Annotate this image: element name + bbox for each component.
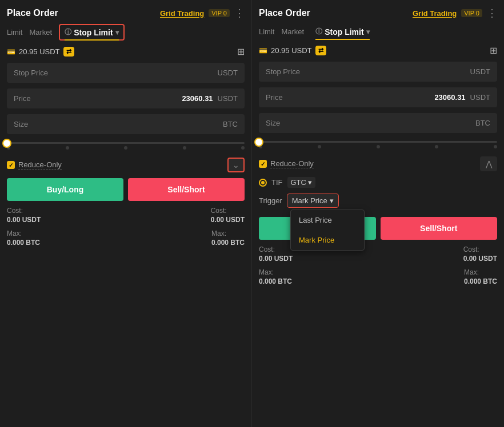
left-tab-stop-limit[interactable]: ⓘ Stop Limit ▾: [59, 24, 124, 41]
left-sell-button[interactable]: Sell/Short: [128, 178, 245, 201]
left-price-value: 23060.31: [182, 94, 213, 103]
right-slider-dots: [259, 145, 497, 148]
left-grid-trading[interactable]: Grid Trading: [160, 9, 204, 18]
left-max-right-label: Max:: [211, 229, 245, 237]
right-collapse-button[interactable]: ⋀: [480, 156, 497, 171]
right-max-right-label: Max:: [464, 268, 497, 276]
left-stop-limit-info-icon: ⓘ: [65, 27, 71, 37]
right-trigger-selected: Mark Price: [292, 196, 327, 205]
right-max-left: Max: 0.000 BTC: [259, 268, 292, 285]
right-more-icon[interactable]: ⋮: [487, 8, 497, 18]
left-cost-right: Cost: 0.00 USDT: [211, 207, 245, 224]
left-calculator-icon[interactable]: ⊞: [237, 46, 245, 57]
right-reduce-only-checkbox[interactable]: ✓: [259, 160, 267, 168]
right-cost-left: Cost: 0.00 USDT: [259, 245, 293, 263]
right-panel: Place Order Grid Trading VIP 0 ⋮ Limit M…: [252, 0, 504, 427]
left-slider-dot-50: [124, 146, 127, 150]
left-size-currency: BTC: [223, 120, 238, 128]
right-stop-limit-label: Stop Limit: [325, 27, 363, 37]
right-size-currency: BTC: [475, 119, 490, 127]
left-cost-right-value: 0.00 USDT: [211, 216, 245, 224]
right-checkbox-check-icon: ✓: [261, 161, 265, 167]
right-slider-dot-50: [377, 145, 380, 148]
left-cost-row: Cost: 0.00 USDT Cost: 0.00 USDT: [7, 207, 245, 224]
right-tif-radio[interactable]: [259, 179, 267, 187]
right-price-label: Price: [266, 93, 283, 102]
left-price-row[interactable]: Price 23060.31 USDT: [7, 88, 245, 108]
right-slider-thumb[interactable]: [254, 138, 263, 147]
right-stop-price-label: Stop Price: [266, 67, 300, 76]
right-slider-dot-100: [494, 145, 497, 148]
left-tab-market[interactable]: Market: [29, 25, 59, 40]
right-balance-row: 💳 20.95 USDT ⇄ ⊞: [259, 45, 497, 56]
left-expand-chevron-icon: ⌄: [233, 160, 239, 170]
right-balance-left: 💳 20.95 USDT ⇄: [259, 46, 326, 55]
right-max-left-value: 0.000 BTC: [259, 277, 292, 285]
right-trigger-option-last-price[interactable]: Last Price: [291, 210, 364, 230]
left-cost-left: Cost: 0.00 USDT: [7, 207, 41, 224]
left-more-icon[interactable]: ⋮: [234, 8, 245, 18]
right-reduce-only-left: ✓ Reduce-Only: [259, 159, 314, 168]
right-tif-row: TIF GTC ▾: [259, 177, 497, 188]
right-gtc-chevron-icon: ▾: [308, 178, 312, 187]
right-gtc-value: GTC: [291, 178, 306, 187]
right-header-right: Grid Trading VIP 0 ⋮: [413, 8, 497, 18]
right-tabs: Limit Market ⓘ Stop Limit ▾: [259, 24, 497, 39]
right-size-row[interactable]: Size BTC: [259, 113, 497, 133]
right-header: Place Order Grid Trading VIP 0 ⋮: [259, 8, 497, 18]
left-slider-dots: [7, 146, 245, 150]
left-size-row[interactable]: Size BTC: [7, 114, 245, 134]
left-reduce-only-checkbox[interactable]: ✓: [7, 161, 15, 169]
left-slider[interactable]: [7, 140, 245, 152]
left-max-left-label: Max:: [7, 229, 40, 237]
left-wallet-icon: 💳: [7, 48, 15, 56]
right-slider[interactable]: [259, 139, 497, 151]
left-reduce-only-row: ✓ Reduce-Only ⌄: [7, 158, 245, 172]
right-max-right-value: 0.000 BTC: [464, 277, 497, 285]
left-cost-right-label: Cost:: [211, 207, 245, 215]
right-trigger-option-mark-price[interactable]: Mark Price: [291, 230, 364, 250]
right-calculator-icon[interactable]: ⊞: [490, 45, 497, 56]
left-buy-button[interactable]: Buy/Long: [7, 178, 123, 201]
right-cost-right-label: Cost:: [463, 245, 497, 253]
right-tab-stop-limit[interactable]: ⓘ Stop Limit ▾: [311, 25, 374, 39]
right-trigger-label: Trigger: [259, 196, 282, 205]
right-swap-button[interactable]: ⇄: [315, 46, 326, 55]
right-trigger-dropdown: Last Price Mark Price: [290, 210, 365, 251]
left-balance-amount: 20.95 USDT: [19, 47, 60, 56]
right-cost-left-value: 0.00 USDT: [259, 255, 293, 263]
left-max-row: Max: 0.000 BTC Max: 0.000 BTC: [7, 229, 245, 247]
left-stop-price-row[interactable]: Stop Price USDT: [7, 63, 245, 83]
right-max-row: Max: 0.000 BTC Max: 0.000 BTC: [259, 268, 497, 285]
right-stop-limit-chevron-icon: ▾: [366, 28, 370, 36]
right-slider-track: [259, 141, 497, 143]
right-sell-button[interactable]: Sell/Short: [381, 217, 498, 240]
right-slider-dot-75: [435, 145, 438, 148]
right-stop-price-row[interactable]: Stop Price USDT: [259, 62, 497, 82]
right-grid-trading[interactable]: Grid Trading: [413, 9, 457, 18]
left-balance-row: 💳 20.95 USDT ⇄ ⊞: [7, 46, 245, 57]
left-expand-button[interactable]: ⌄: [227, 158, 245, 172]
right-price-currency: USDT: [470, 93, 490, 102]
right-size-label: Size: [266, 119, 280, 127]
right-stop-limit-info-icon: ⓘ: [315, 27, 322, 37]
right-tab-limit[interactable]: Limit: [259, 24, 281, 39]
left-max-right: Max: 0.000 BTC: [211, 229, 245, 247]
left-slider-thumb[interactable]: [2, 139, 11, 148]
right-slider-dot-25: [318, 145, 321, 148]
right-gtc-select[interactable]: GTC ▾: [287, 177, 315, 188]
left-slider-track: [7, 142, 245, 144]
left-tab-limit[interactable]: Limit: [7, 25, 29, 40]
left-swap-button[interactable]: ⇄: [63, 47, 74, 57]
left-checkbox-check-icon: ✓: [9, 162, 13, 168]
right-reduce-only-label: Reduce-Only: [270, 159, 314, 168]
left-stop-limit-chevron-icon: ▾: [115, 29, 119, 37]
left-cost-left-label: Cost:: [7, 207, 41, 215]
right-tab-market[interactable]: Market: [281, 24, 311, 39]
right-price-row[interactable]: Price 23060.31 USDT: [259, 87, 497, 107]
right-trigger-select[interactable]: Mark Price ▾: [287, 194, 339, 208]
right-collapse-icon: ⋀: [486, 159, 492, 168]
right-reduce-only-row: ✓ Reduce-Only ⋀: [259, 156, 497, 171]
right-max-left-label: Max:: [259, 268, 292, 276]
left-max-left: Max: 0.000 BTC: [7, 229, 40, 247]
